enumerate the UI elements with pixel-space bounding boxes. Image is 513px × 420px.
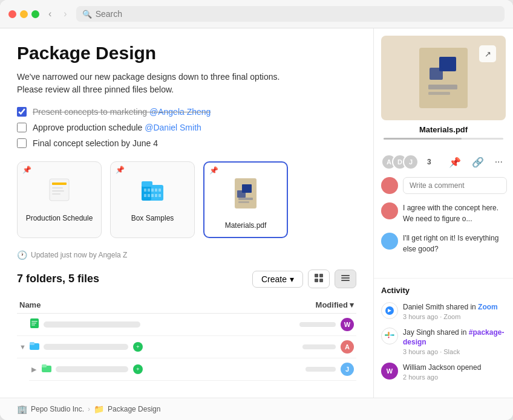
- checklist-checkbox-1[interactable]: [17, 107, 27, 117]
- file-card-production-schedule[interactable]: 📌 Production Schedule: [17, 161, 102, 238]
- activity-section: Activity Daniel Smith shared in Zoom 3 h…: [374, 278, 513, 398]
- comments-section: I agree with the concept here. We need t…: [374, 177, 513, 278]
- checklist-label-2: Approve production schedule @Daniel Smit…: [33, 123, 201, 132]
- checklist-item: Approve production schedule @Daniel Smit…: [17, 123, 356, 132]
- svg-rect-13: [144, 194, 146, 197]
- commenter-avatar-1: [381, 202, 398, 219]
- updated-line: 🕐 Updated just now by Angela Z: [17, 250, 356, 260]
- comment-text-1: I agree with the concept here. We need t…: [403, 202, 506, 224]
- file-name-production: Production Schedule: [22, 214, 97, 230]
- preview-image: ↗: [381, 36, 506, 120]
- svg-rect-51: [388, 332, 390, 336]
- folder-icon: [29, 340, 44, 354]
- search-icon: 🔍: [82, 10, 92, 19]
- avatar-3: J: [403, 154, 419, 170]
- sort-modified[interactable]: Modified ▾: [275, 300, 354, 309]
- more-action-button[interactable]: ···: [492, 155, 506, 169]
- pin-icon: 📌: [116, 166, 125, 174]
- activity-content-3: William Jackson opened 2 hours ago: [403, 363, 506, 381]
- checklist-checkbox-3[interactable]: [17, 138, 27, 148]
- expand-icon[interactable]: ▶: [31, 366, 41, 373]
- breadcrumb-icon-company: 🏢: [17, 404, 27, 414]
- file-card-materials[interactable]: 📌 Materials.pdf: [203, 161, 288, 238]
- chevron-down-icon: ▾: [350, 300, 354, 309]
- main-layout: Package Design We've narrowed our new pa…: [0, 28, 513, 398]
- row-name: [44, 321, 299, 328]
- activity-meta-2: 3 hours ago · Slack: [403, 348, 506, 355]
- activity-text-3: William Jackson opened: [403, 363, 506, 373]
- file-icon-materials: [232, 177, 259, 216]
- search-bar[interactable]: 🔍: [76, 6, 505, 22]
- files-count: 7 folders, 5 files: [17, 273, 99, 285]
- chevron-down-icon: ▾: [290, 274, 294, 284]
- table-header: Name Modified ▾: [17, 297, 356, 314]
- pin-action-button[interactable]: 📌: [446, 155, 464, 170]
- svg-rect-23: [315, 274, 318, 277]
- page-description: We've narrowed our new package designs d…: [17, 71, 356, 96]
- svg-rect-26: [319, 279, 323, 282]
- left-panel: Package Design We've narrowed our new pa…: [0, 28, 374, 398]
- pin-icon: 📌: [22, 166, 31, 174]
- table-row[interactable]: W: [17, 314, 356, 336]
- mention-angela[interactable]: @Angela Zheng: [149, 107, 211, 117]
- close-button[interactable]: [8, 10, 16, 18]
- list-view-button[interactable]: [335, 270, 356, 288]
- activity-meta-3: 2 hours ago: [403, 373, 506, 381]
- activity-title: Activity: [381, 286, 506, 295]
- app-window: ‹ › 🔍 Package Design We've narrowed our …: [0, 0, 513, 420]
- preview-progress-bar: [384, 138, 503, 140]
- commenter-avatar-2: [381, 233, 398, 250]
- link-action-button[interactable]: 🔗: [469, 155, 487, 170]
- breadcrumb-separator: ›: [88, 405, 90, 413]
- forward-button[interactable]: ›: [60, 7, 70, 21]
- checklist-checkbox-2[interactable]: [17, 123, 27, 132]
- svg-rect-32: [31, 323, 36, 324]
- open-external-button[interactable]: ↗: [479, 45, 496, 62]
- back-button[interactable]: ‹: [45, 7, 54, 21]
- svg-rect-9: [148, 189, 150, 192]
- row-name: +: [56, 364, 306, 374]
- maximize-button[interactable]: [31, 10, 39, 18]
- activity-content-2: Jay Singh shared in #package-design 3 ho…: [403, 328, 506, 356]
- file-card-box-samples[interactable]: 📌: [110, 161, 195, 238]
- badge-icon: +: [133, 342, 143, 352]
- activity-text-1: Daniel Smith shared in Zoom: [403, 302, 506, 312]
- breadcrumb-company[interactable]: Pepo Studio Inc.: [31, 405, 84, 413]
- avatar-count: 3: [427, 158, 431, 166]
- svg-rect-2: [52, 187, 63, 189]
- folder-icon: [41, 363, 56, 376]
- page-title: Package Design: [17, 43, 356, 63]
- activity-avatar-1: [381, 302, 398, 319]
- svg-rect-46: [388, 337, 390, 338]
- create-button[interactable]: Create ▾: [252, 271, 303, 288]
- activity-link-zoom[interactable]: Zoom: [478, 303, 498, 311]
- comment-input-row: [381, 177, 506, 194]
- checklist-label-3: Final concept selection by June 4: [33, 138, 158, 148]
- activity-avatar-3: W: [381, 363, 398, 380]
- table-row[interactable]: ▶ + J: [29, 358, 356, 381]
- svg-rect-40: [430, 68, 443, 80]
- mention-daniel[interactable]: @Daniel Smith: [145, 123, 201, 132]
- grid-view-button[interactable]: [308, 270, 330, 288]
- row-avatar: J: [341, 363, 354, 376]
- activity-meta-1: 3 hours ago · Zoom: [403, 313, 506, 320]
- comment-input[interactable]: [403, 177, 507, 194]
- files-table: Name Modified ▾ W: [17, 297, 356, 381]
- svg-rect-10: [151, 189, 154, 192]
- files-header: 7 folders, 5 files Create ▾: [17, 270, 356, 288]
- avatars-group: A D J: [381, 154, 414, 170]
- preview-actions: A D J 3 📌 🔗 ···: [374, 150, 513, 177]
- expand-icon[interactable]: ▼: [19, 343, 29, 351]
- search-input[interactable]: [96, 9, 498, 19]
- comment-row: I agree with the concept here. We need t…: [381, 202, 506, 224]
- svg-rect-27: [341, 275, 350, 276]
- minimize-button[interactable]: [20, 10, 28, 18]
- svg-rect-17: [158, 194, 161, 197]
- svg-rect-1: [52, 183, 67, 185]
- svg-rect-33: [31, 325, 35, 326]
- breadcrumb-icon-folder: 📁: [94, 404, 104, 414]
- svg-rect-37: [42, 364, 47, 367]
- svg-rect-4: [52, 193, 60, 195]
- table-row[interactable]: ▼ + A: [17, 336, 356, 358]
- activity-avatar-2: [381, 328, 398, 344]
